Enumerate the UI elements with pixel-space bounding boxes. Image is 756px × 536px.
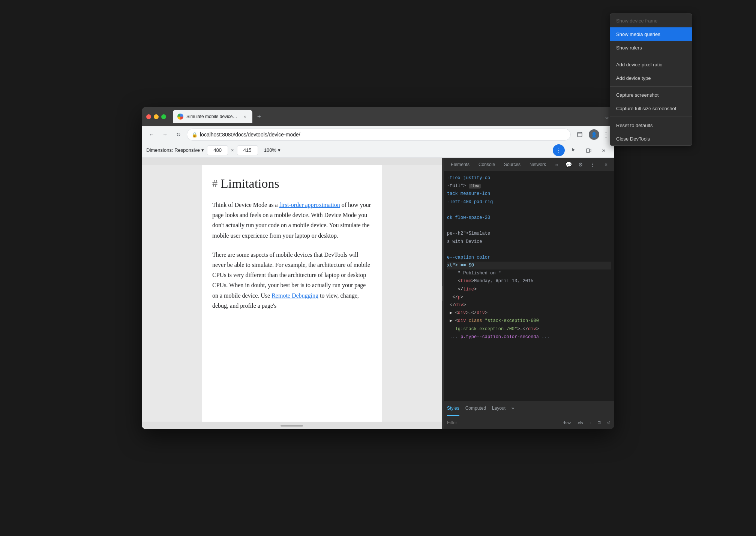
height-input[interactable] [237, 145, 258, 155]
layout-tab[interactable]: Layout [492, 401, 506, 416]
computed-tab[interactable]: Computed [465, 401, 486, 416]
zoom-arrow-icon: ▾ [278, 147, 280, 153]
html-line [447, 222, 611, 230]
html-line: ▶ <div class="stack-exception-600 [447, 317, 611, 325]
three-dots-icon: ⋮ [556, 147, 562, 154]
settings-button[interactable]: ⚙ [575, 159, 586, 170]
html-line: </div> [447, 301, 611, 309]
width-input[interactable] [207, 145, 228, 155]
html-line: </time> [447, 286, 611, 293]
page-paragraph-2: There are some aspects of mobile devices… [212, 250, 371, 311]
menu-item-reset-to-defaults[interactable]: Reset to defaults [610, 118, 614, 132]
main-area: # Limitations Think of Device Mode as a … [142, 158, 614, 429]
menu-divider-3 [610, 117, 614, 117]
page-paragraph-1: Think of Device Mode as a first-order ap… [212, 200, 371, 241]
profile-button[interactable]: 👤 [589, 129, 599, 140]
device-mode-button[interactable] [583, 144, 595, 156]
html-line: " Published on " [447, 269, 611, 277]
html-line: -left-400 pad-rig [447, 198, 611, 206]
html-line: lg:stack-exception-700">…</div> [447, 325, 611, 333]
style-icon-1[interactable]: ⊡ [596, 419, 602, 426]
styles-tab-label: Styles [447, 406, 459, 411]
dimensions-arrow-icon: ▾ [201, 147, 204, 153]
styles-tab[interactable]: Styles [447, 401, 459, 416]
title-bar: Simulate mobile devices with D × + ⌄ [142, 107, 614, 126]
browser-menu-button[interactable]: ⋮ [602, 130, 610, 139]
dimensions-label: Dimensions: Responsive [146, 147, 200, 153]
html-line: s with Device [447, 238, 611, 246]
maximize-window-button[interactable] [161, 114, 166, 119]
url-text: localhost:8080/docs/devtools/device-mode… [200, 132, 566, 138]
console-panel-tab[interactable]: Console [475, 159, 499, 170]
html-line: pe--h2">Simulate [447, 230, 611, 238]
tab-bar: Simulate mobile devices with D × + ⌄ [173, 110, 610, 123]
html-line: -flex justify-co [447, 174, 611, 182]
browser-window: Simulate mobile devices with D × + ⌄ ← →… [142, 107, 614, 429]
forward-button[interactable]: → [160, 129, 170, 140]
lock-icon: 🔒 [192, 132, 198, 138]
html-line: <time>Monday, April 13, 2015 [447, 277, 611, 285]
first-order-approximation-link[interactable]: first-order approximation [279, 202, 340, 208]
close-window-button[interactable] [146, 114, 151, 119]
more-options-button[interactable]: ⋮ [553, 144, 565, 156]
dimension-cross: × [231, 147, 234, 153]
more-panels-button[interactable]: » [551, 159, 562, 170]
more-devtools-button[interactable]: ⋮ [587, 159, 598, 170]
new-tab-button[interactable]: + [254, 111, 264, 122]
html-panel: -flex justify-co -full"> flex tack measu… [444, 171, 614, 401]
cls-filter-button[interactable]: .cls [575, 420, 585, 426]
active-tab[interactable]: Simulate mobile devices with D × [173, 110, 252, 123]
dimensions-select[interactable]: Dimensions: Responsive ▾ [146, 147, 204, 153]
page-content: # Limitations Think of Device Mode as a … [142, 158, 442, 429]
devtools-panel: Elements Console Sources Network » 💬 ⚙ ⋮… [444, 158, 614, 429]
sources-panel-tab[interactable]: Sources [500, 159, 524, 170]
tab-menu-button[interactable]: ⌄ [604, 112, 610, 121]
heading-hash: # [212, 178, 218, 190]
refresh-button[interactable]: ↻ [173, 129, 184, 140]
filter-input[interactable] [447, 418, 558, 427]
add-style-button[interactable]: + [588, 420, 593, 426]
svg-rect-0 [578, 132, 582, 137]
computed-tab-label: Computed [465, 406, 486, 411]
scroll-handle [280, 425, 303, 427]
html-line [447, 206, 611, 214]
zoom-label: 100% [264, 147, 276, 153]
page-heading: # Limitations [212, 177, 371, 191]
filter-bar: :hov .cls + ⊡ ◁ [444, 416, 614, 429]
traffic-lights [146, 114, 166, 119]
more-tabs-button[interactable]: » [512, 401, 514, 416]
tab-close-button[interactable]: × [242, 114, 248, 120]
svg-rect-3 [590, 149, 591, 152]
profile-icon: 👤 [591, 132, 597, 138]
menu-item-capture-full-screenshot[interactable]: Capture full size screenshot [610, 107, 614, 115]
page-title: Limitations [220, 177, 279, 191]
scroll-indicator [142, 422, 442, 429]
tab-favicon [177, 114, 183, 120]
page-frame: # Limitations Think of Device Mode as a … [202, 165, 382, 422]
more-tools-icon: » [602, 147, 606, 154]
hov-filter-button[interactable]: :hov [561, 420, 572, 426]
close-devtools-button[interactable]: × [601, 159, 611, 170]
tab-search-button[interactable] [574, 129, 586, 141]
network-panel-tab[interactable]: Network [526, 159, 550, 170]
more-tools-button[interactable]: » [598, 144, 610, 156]
html-line: ... p.type--caption.color-seconda ... [447, 333, 611, 341]
ruler-top [142, 158, 442, 165]
url-bar[interactable]: 🔒 localhost:8080/docs/devtools/device-mo… [187, 129, 571, 141]
context-menu: Show device frame Show media queries Sho… [610, 107, 614, 146]
menu-item-close-devtools[interactable]: Close DevTools [610, 132, 614, 145]
chat-panel-button[interactable]: 💬 [563, 159, 574, 170]
minimize-window-button[interactable] [154, 114, 159, 119]
remote-debugging-link[interactable]: Remote Debugging [272, 292, 318, 299]
html-line: tack measure-lon [447, 190, 611, 198]
html-line: ck flow-space-20 [447, 214, 611, 222]
zoom-select[interactable]: 100% ▾ [264, 147, 280, 153]
style-icon-2[interactable]: ◁ [605, 419, 611, 426]
inspect-button[interactable] [568, 144, 580, 156]
html-line: e--caption color [447, 254, 611, 262]
elements-panel-tab[interactable]: Elements [447, 159, 473, 170]
html-line [447, 246, 611, 254]
devtools-responsive-toolbar: Dimensions: Responsive ▾ × 100% ▾ ⋮ » [142, 143, 614, 158]
back-button[interactable]: ← [146, 129, 157, 140]
tab-title: Simulate mobile devices with D [186, 114, 239, 119]
